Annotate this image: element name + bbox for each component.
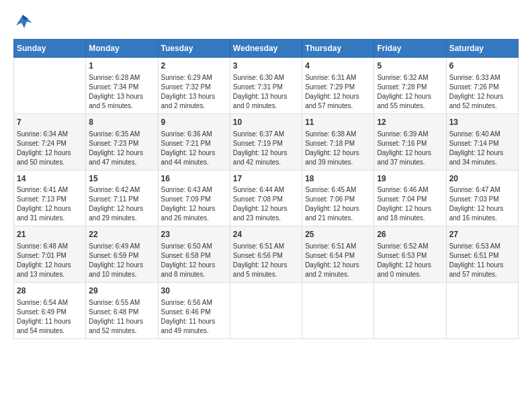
calendar-table: SundayMondayTuesdayWednesdayThursdayFrid… (13, 39, 519, 339)
week-row-1: 7Sunrise: 6:34 AMSunset: 7:24 PMDaylight… (14, 113, 519, 170)
calendar-cell: 1Sunrise: 6:28 AMSunset: 7:34 PMDaylight… (86, 58, 158, 114)
weekday-header-saturday: Saturday (446, 40, 518, 58)
day-info: Sunrise: 6:37 AMSunset: 7:19 PMDaylight:… (233, 130, 299, 167)
calendar-cell (302, 283, 374, 339)
calendar-cell (230, 283, 302, 339)
calendar-header: SundayMondayTuesdayWednesdayThursdayFrid… (14, 40, 519, 58)
day-number: 18 (305, 173, 371, 185)
calendar-cell: 18Sunrise: 6:45 AMSunset: 7:06 PMDayligh… (302, 170, 374, 226)
day-number: 8 (89, 117, 154, 128)
calendar-body: 1Sunrise: 6:28 AMSunset: 7:34 PMDaylight… (14, 58, 519, 339)
calendar-cell: 19Sunrise: 6:46 AMSunset: 7:04 PMDayligh… (374, 170, 446, 226)
day-info: Sunrise: 6:51 AMSunset: 6:54 PMDaylight:… (305, 242, 371, 279)
week-row-3: 21Sunrise: 6:48 AMSunset: 7:01 PMDayligh… (14, 226, 519, 283)
day-number: 15 (89, 173, 154, 185)
calendar-cell: 27Sunrise: 6:53 AMSunset: 6:51 PMDayligh… (446, 226, 518, 283)
logo-icon (13, 13, 32, 32)
week-row-0: 1Sunrise: 6:28 AMSunset: 7:34 PMDaylight… (14, 58, 519, 114)
calendar-cell: 7Sunrise: 6:34 AMSunset: 7:24 PMDaylight… (14, 113, 86, 170)
weekday-header-friday: Friday (374, 40, 446, 58)
day-number: 25 (305, 229, 371, 240)
day-number: 28 (17, 285, 83, 297)
day-info: Sunrise: 6:43 AMSunset: 7:09 PMDaylight:… (161, 185, 227, 223)
calendar-cell: 25Sunrise: 6:51 AMSunset: 6:54 PMDayligh… (302, 226, 374, 283)
day-info: Sunrise: 6:52 AMSunset: 6:53 PMDaylight:… (377, 242, 443, 279)
calendar-cell (446, 283, 518, 339)
calendar-cell: 23Sunrise: 6:50 AMSunset: 6:58 PMDayligh… (158, 226, 230, 283)
day-number: 4 (305, 60, 371, 72)
day-number: 2 (161, 60, 227, 72)
day-info: Sunrise: 6:48 AMSunset: 7:01 PMDaylight:… (17, 242, 83, 279)
day-info: Sunrise: 6:33 AMSunset: 7:26 PMDaylight:… (449, 73, 515, 111)
day-info: Sunrise: 6:46 AMSunset: 7:04 PMDaylight:… (377, 185, 443, 223)
weekday-header-monday: Monday (86, 40, 158, 58)
day-info: Sunrise: 6:28 AMSunset: 7:34 PMDaylight:… (89, 73, 154, 111)
calendar-cell: 30Sunrise: 6:56 AMSunset: 6:46 PMDayligh… (158, 283, 230, 339)
calendar-cell: 2Sunrise: 6:29 AMSunset: 7:32 PMDaylight… (158, 58, 230, 114)
calendar-cell: 5Sunrise: 6:32 AMSunset: 7:28 PMDaylight… (374, 58, 446, 114)
day-number: 29 (89, 285, 154, 297)
day-info: Sunrise: 6:39 AMSunset: 7:16 PMDaylight:… (377, 130, 443, 167)
day-info: Sunrise: 6:47 AMSunset: 7:03 PMDaylight:… (449, 185, 515, 223)
day-info: Sunrise: 6:56 AMSunset: 6:46 PMDaylight:… (161, 298, 227, 336)
day-info: Sunrise: 6:41 AMSunset: 7:13 PMDaylight:… (17, 185, 83, 223)
day-number: 22 (89, 229, 154, 240)
day-info: Sunrise: 6:49 AMSunset: 6:59 PMDaylight:… (89, 242, 154, 279)
day-info: Sunrise: 6:31 AMSunset: 7:29 PMDaylight:… (305, 73, 371, 111)
logo (13, 13, 35, 32)
day-number: 3 (233, 60, 299, 72)
calendar-cell (14, 58, 86, 114)
day-info: Sunrise: 6:32 AMSunset: 7:28 PMDaylight:… (377, 73, 443, 111)
calendar-cell: 3Sunrise: 6:30 AMSunset: 7:31 PMDaylight… (230, 58, 302, 114)
day-number: 10 (233, 117, 299, 128)
day-info: Sunrise: 6:42 AMSunset: 7:11 PMDaylight:… (89, 185, 154, 223)
day-number: 21 (17, 229, 83, 240)
week-row-4: 28Sunrise: 6:54 AMSunset: 6:49 PMDayligh… (14, 283, 519, 339)
calendar-cell: 4Sunrise: 6:31 AMSunset: 7:29 PMDaylight… (302, 58, 374, 114)
day-info: Sunrise: 6:50 AMSunset: 6:58 PMDaylight:… (161, 242, 227, 279)
calendar-cell: 9Sunrise: 6:36 AMSunset: 7:21 PMDaylight… (158, 113, 230, 170)
calendar-cell: 29Sunrise: 6:55 AMSunset: 6:48 PMDayligh… (86, 283, 158, 339)
calendar-cell: 28Sunrise: 6:54 AMSunset: 6:49 PMDayligh… (14, 283, 86, 339)
day-number: 7 (17, 117, 83, 128)
day-info: Sunrise: 6:53 AMSunset: 6:51 PMDaylight:… (449, 242, 515, 279)
calendar-cell: 13Sunrise: 6:40 AMSunset: 7:14 PMDayligh… (446, 113, 518, 170)
day-number: 14 (17, 173, 83, 185)
day-number: 30 (161, 285, 227, 297)
calendar-cell (374, 283, 446, 339)
day-info: Sunrise: 6:44 AMSunset: 7:08 PMDaylight:… (233, 185, 299, 223)
day-info: Sunrise: 6:55 AMSunset: 6:48 PMDaylight:… (89, 298, 154, 336)
day-number: 23 (161, 229, 227, 240)
calendar-cell: 16Sunrise: 6:43 AMSunset: 7:09 PMDayligh… (158, 170, 230, 226)
page-header (13, 13, 519, 32)
day-info: Sunrise: 6:34 AMSunset: 7:24 PMDaylight:… (17, 130, 83, 167)
calendar-cell: 17Sunrise: 6:44 AMSunset: 7:08 PMDayligh… (230, 170, 302, 226)
day-number: 12 (377, 117, 443, 128)
calendar-cell: 11Sunrise: 6:38 AMSunset: 7:18 PMDayligh… (302, 113, 374, 170)
weekday-header-wednesday: Wednesday (230, 40, 302, 58)
day-number: 27 (449, 229, 515, 240)
day-info: Sunrise: 6:40 AMSunset: 7:14 PMDaylight:… (449, 130, 515, 167)
calendar-cell: 8Sunrise: 6:35 AMSunset: 7:23 PMDaylight… (86, 113, 158, 170)
day-number: 24 (233, 229, 299, 240)
day-number: 17 (233, 173, 299, 185)
calendar-cell: 20Sunrise: 6:47 AMSunset: 7:03 PMDayligh… (446, 170, 518, 226)
day-number: 19 (377, 173, 443, 185)
calendar-cell: 24Sunrise: 6:51 AMSunset: 6:56 PMDayligh… (230, 226, 302, 283)
calendar-cell: 14Sunrise: 6:41 AMSunset: 7:13 PMDayligh… (14, 170, 86, 226)
weekday-header-row: SundayMondayTuesdayWednesdayThursdayFrid… (14, 40, 519, 58)
weekday-header-thursday: Thursday (302, 40, 374, 58)
day-info: Sunrise: 6:36 AMSunset: 7:21 PMDaylight:… (161, 130, 227, 167)
day-info: Sunrise: 6:54 AMSunset: 6:49 PMDaylight:… (17, 298, 83, 336)
week-row-2: 14Sunrise: 6:41 AMSunset: 7:13 PMDayligh… (14, 170, 519, 226)
calendar-cell: 21Sunrise: 6:48 AMSunset: 7:01 PMDayligh… (14, 226, 86, 283)
day-number: 11 (305, 117, 371, 128)
calendar-cell: 12Sunrise: 6:39 AMSunset: 7:16 PMDayligh… (374, 113, 446, 170)
calendar-cell: 6Sunrise: 6:33 AMSunset: 7:26 PMDaylight… (446, 58, 518, 114)
day-info: Sunrise: 6:29 AMSunset: 7:32 PMDaylight:… (161, 73, 227, 111)
day-number: 26 (377, 229, 443, 240)
day-info: Sunrise: 6:30 AMSunset: 7:31 PMDaylight:… (233, 73, 299, 111)
day-info: Sunrise: 6:38 AMSunset: 7:18 PMDaylight:… (305, 130, 371, 167)
day-number: 1 (89, 60, 154, 72)
day-info: Sunrise: 6:51 AMSunset: 6:56 PMDaylight:… (233, 242, 299, 279)
